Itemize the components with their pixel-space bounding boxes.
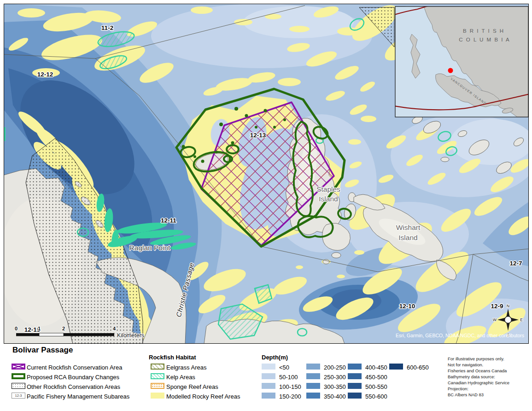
compass-w: W [493, 317, 497, 322]
map-attribution: Esri, Garmin, GEBCO, NOAA NGDC, and othe… [396, 333, 524, 338]
staples-island-label-1: Staples [316, 185, 340, 193]
depth-label: 200-250 [324, 364, 346, 371]
scale-tick-0: 0 [15, 326, 18, 331]
legend-swatch-eelgrass [151, 364, 164, 370]
depth-legend-title: Depth(m) [262, 354, 288, 361]
wishart-island-label-2: Island [398, 234, 417, 241]
depth-swatch [348, 373, 362, 379]
depth-label: 350-400 [324, 393, 346, 400]
depth-swatch [262, 383, 275, 389]
depth-swatch [306, 373, 320, 379]
depth-label: 550-600 [365, 393, 387, 400]
scale-tick-2: 2 [62, 326, 65, 331]
note-line: Bathymetry data source: [448, 374, 509, 380]
subarea-label-12-11: 12-11 [161, 217, 176, 224]
legend-label: Pacific Fishery Management Subareas [27, 393, 129, 400]
legend-label: Other Rockfish Conservation Areas [27, 383, 120, 390]
depth-swatch [262, 364, 275, 370]
subarea-label-12-7: 12-7 [509, 260, 522, 267]
depth-label: 250-300 [324, 374, 346, 381]
note-line: Projection: [448, 386, 509, 392]
legend-label: Eelgrass Areas [166, 364, 206, 371]
habitat-legend-title: Rockfish Habitat [149, 354, 196, 361]
legend-swatch-current-rca [12, 364, 25, 370]
depth-swatch [348, 364, 362, 370]
depth-label: 450-500 [365, 374, 387, 381]
depth-swatch [348, 383, 362, 389]
map-frame: 11-2 12-12 12-13 12-11 12-7 12-10 12-9 1… [4, 4, 529, 344]
depth-label: 150-200 [279, 393, 301, 400]
inset-overview-map: B R I T I S H C O L U M B I A VANCOUVER … [394, 6, 529, 117]
legend-label: Proposed RCA Boundary Changes [27, 374, 119, 381]
legend-label: Current Rockfish Conservation Area [27, 364, 122, 371]
wishart-island-label-1: Wishart [396, 223, 421, 231]
legend-swatch-rocky-reef [151, 393, 164, 399]
note-line: BC Albers NAD 83 [448, 392, 509, 398]
note-line: Fisheries and Oceans Canada [448, 368, 509, 374]
map-title: Bolivar Passage [12, 346, 73, 355]
legend-swatch-proposed-rca [12, 373, 25, 379]
note-line: Canadian Hydrographic Service [448, 380, 509, 386]
depth-label: 100-150 [279, 383, 301, 390]
staples-island-label-2: Island [319, 195, 338, 203]
depth-swatch [262, 393, 275, 399]
compass-e: E [520, 317, 523, 322]
subarea-label-11-2: 11-2 [101, 24, 113, 31]
compass-n: N [507, 304, 509, 308]
depth-swatch [348, 393, 362, 399]
legend-subarea-tag: 12-3 [15, 393, 22, 398]
legend-swatch-sponge [151, 383, 164, 389]
subarea-label-12-10: 12-10 [399, 303, 415, 310]
subarea-label-12-12: 12-12 [37, 71, 53, 78]
scale-tick-1: 1 [38, 326, 41, 331]
legend-label: Sponge Reef Areas [166, 383, 218, 390]
scale-unit-label: Kilometers [117, 332, 144, 339]
legend-panel: Bolivar Passage Current Rockfish Conserv… [0, 344, 532, 411]
depth-swatch [306, 383, 320, 389]
depth-label: <50 [279, 364, 289, 371]
map-notes: For illustrative purposes only. Not for … [448, 356, 509, 398]
legend-label: Modelled Rocky Reef Areas [166, 393, 240, 400]
depth-swatch [306, 364, 320, 370]
inset-region-label-2: C O L U M B I A [459, 37, 510, 42]
legend-swatch-kelp [151, 373, 164, 379]
scale-tick-4: 4 [113, 326, 116, 331]
note-line: For illustrative purposes only. [448, 356, 509, 362]
inset-location-marker [448, 68, 453, 73]
depth-swatch [306, 393, 320, 399]
note-line: Not for navigation. [448, 362, 509, 368]
depth-label: 300-350 [324, 383, 346, 390]
subarea-label-12-9: 12-9 [491, 303, 503, 310]
legend-label: Kelp Areas [166, 374, 195, 381]
depth-swatch [262, 373, 275, 379]
subarea-label-12-13: 12-13 [250, 132, 266, 139]
depth-label: 50-100 [279, 374, 298, 381]
legend-swatch-other-rca [12, 383, 25, 389]
inset-region-label-1: B R I T I S H [463, 28, 504, 34]
depth-label: 400-450 [365, 364, 387, 371]
depth-label: 600-650 [407, 364, 429, 371]
legend-swatch-subareas: 12-3 [12, 393, 25, 399]
raglan-point-label: Raglan Point [129, 244, 170, 252]
depth-swatch [389, 364, 403, 370]
depth-label: 500-550 [365, 383, 387, 390]
